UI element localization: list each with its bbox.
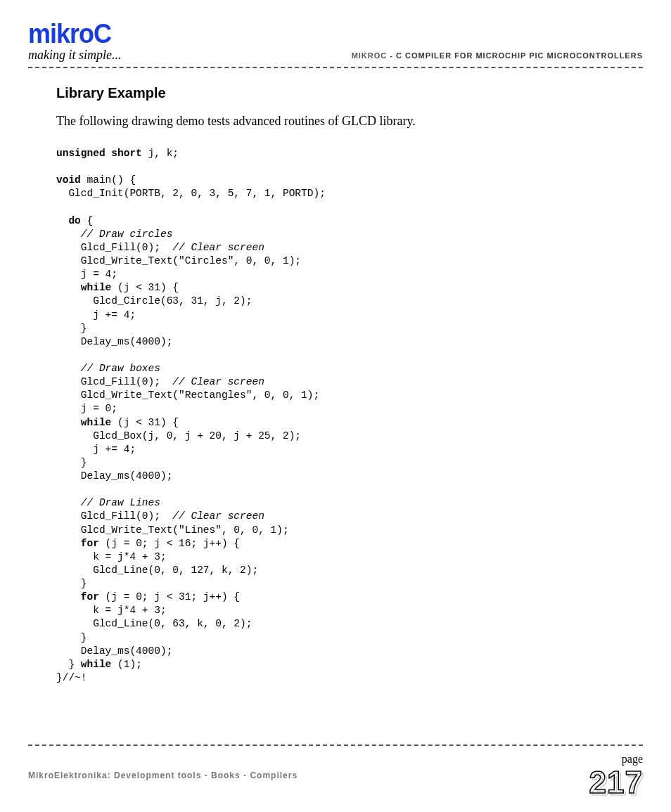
code-text: Delay_ms(4000); [56,645,172,657]
code-text: Glcd_Box(j, 0, j + 20, j + 25, 2); [56,430,301,442]
code-text [56,215,68,226]
code-text [56,417,81,428]
code-keyword: void [56,174,81,186]
header-subtitle: mikroC - C Compiler for Microchip PIC mi… [352,51,643,63]
code-text [56,538,81,549]
code-text: j, k; [142,148,179,159]
page-label: page [589,753,643,766]
code-keyword: while [81,282,112,293]
code-text [56,591,81,602]
code-text: (j < 31) { [111,282,179,293]
code-text: j = 0; [56,403,117,414]
code-text: Glcd_Line(0, 63, k, 0, 2); [56,618,252,629]
header-brand-accent: mikroC [352,51,388,60]
code-text: } [56,578,87,589]
code-text: Glcd_Write_Text("Circles", 0, 0, 1); [56,255,301,266]
code-text: } [56,323,87,334]
brand-logo: mikroC [28,20,122,48]
code-text: Glcd_Fill(0); [56,242,172,253]
page-number: 217 [589,767,643,798]
code-keyword: for [81,591,99,602]
code-text: Delay_ms(4000); [56,470,172,482]
code-keyword: while [81,417,112,428]
code-comment: // Clear screen [172,376,264,387]
code-text: k = j*4 + 3; [56,551,167,562]
code-text: j += 4; [56,309,136,321]
code-text: j += 4; [56,444,136,455]
code-comment: // Draw Lines [81,497,160,508]
code-text: Glcd_Write_Text("Lines", 0, 0, 1); [56,524,289,536]
code-keyword: for [81,538,99,549]
code-text: Glcd_Write_Text("Rectangles", 0, 0, 1); [56,389,319,401]
page-header: mikroC making it simple... mikroC - C Co… [28,21,643,63]
code-text: Glcd_Fill(0); [56,510,172,522]
code-text: j = 4; [56,269,117,280]
code-text: Glcd_Circle(63, 31, j, 2); [56,295,252,307]
code-text: Glcd_Line(0, 0, 127, k, 2); [56,565,258,576]
code-text: (j < 31) { [111,417,179,428]
code-comment: // Clear screen [172,242,264,253]
intro-paragraph: The following drawing demo tests advance… [56,114,615,129]
code-text [56,282,81,293]
code-keyword: unsigned short [56,148,142,159]
code-text: main() { [81,174,136,186]
footer-divider [28,745,643,746]
footer-row: MikroElektronika: Development tools - Bo… [28,753,643,798]
code-text: } [56,659,81,670]
code-text: (j = 0; j < 16; j++) { [99,538,240,549]
code-text: { [81,215,93,226]
code-comment: // Clear screen [172,510,264,522]
code-text: Glcd_Init(PORTB, 2, 0, 3, 5, 7, 1, PORTD… [56,188,326,199]
code-text: } [56,632,87,643]
code-keyword: do [68,215,80,226]
brand-tagline: making it simple... [28,48,122,63]
logo-block: mikroC making it simple... [28,21,122,63]
footer-pageinfo: page 217 [589,753,643,798]
page-footer: MikroElektronika: Development tools - Bo… [28,745,643,798]
code-text: Glcd_Fill(0); [56,376,172,387]
page-container: mikroC making it simple... mikroC - C Co… [0,0,671,812]
code-text: } [56,457,87,468]
code-text: (j = 0; j < 31; j++) { [99,591,240,602]
header-desc: - C Compiler for Microchip PIC microcont… [387,51,643,60]
content-area: Library Example The following drawing de… [28,85,643,685]
header-divider [28,67,643,68]
code-text: }//~! [56,672,87,683]
code-comment: // Draw circles [81,228,173,240]
code-block: unsigned short j, k; void main() { Glcd_… [56,147,615,685]
footer-tagline: MikroElektronika: Development tools - Bo… [28,771,298,780]
code-text: Delay_ms(4000); [56,336,172,347]
code-text: (1); [111,659,142,670]
code-comment: // Draw boxes [81,363,160,374]
section-heading: Library Example [56,85,615,101]
code-text: k = j*4 + 3; [56,605,167,616]
code-keyword: while [81,659,112,670]
